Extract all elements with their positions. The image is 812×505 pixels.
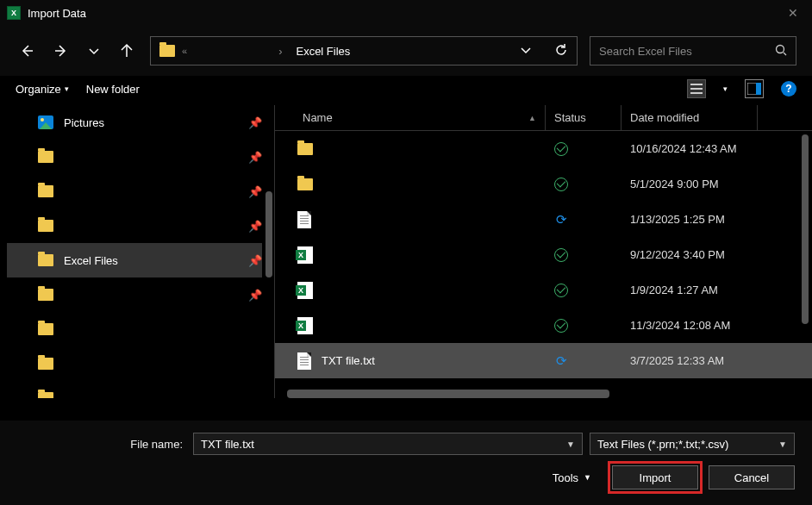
address-dropdown-icon[interactable] <box>520 44 532 59</box>
folder-icon <box>297 143 313 155</box>
file-list-v-scrollbar[interactable] <box>802 134 809 358</box>
pin-icon: 📌 <box>248 116 262 129</box>
file-date: 9/12/2024 3:40 PM <box>621 248 758 261</box>
status-available-icon <box>554 248 568 262</box>
search-icon[interactable] <box>775 44 787 59</box>
sort-indicator-icon: ▲ <box>528 114 536 122</box>
svg-rect-1 <box>690 84 703 85</box>
file-date: 3/7/2025 12:33 AM <box>621 354 758 367</box>
file-row[interactable]: ⟳1/13/2025 1:25 PM <box>275 202 812 237</box>
back-button[interactable] <box>16 40 38 62</box>
folder-icon <box>38 220 53 232</box>
status-sync-icon: ⟳ <box>554 213 568 227</box>
sidebar-item[interactable]: 📌 <box>7 174 262 209</box>
file-list-h-scrollbar[interactable] <box>287 390 609 398</box>
breadcrumb-overflow-icon[interactable]: « <box>182 46 187 56</box>
status-available-icon <box>554 319 568 333</box>
folder-icon <box>38 392 53 398</box>
view-mode-button[interactable] <box>687 79 706 98</box>
folder-icon <box>38 289 53 301</box>
tools-dropdown[interactable]: Tools ▼ <box>553 471 591 484</box>
file-list: Name ▲ Status Date modified 10/16/2024 1… <box>274 105 812 398</box>
column-headers: Name ▲ Status Date modified <box>275 105 812 131</box>
file-name: TXT file.txt <box>322 354 375 367</box>
status-available-icon <box>554 178 568 191</box>
view-dropdown-icon[interactable]: ▾ <box>723 84 728 93</box>
xls-file-icon <box>297 282 313 299</box>
footer: File name: ▼ Text Files (*.prn;*.txt;*.c… <box>0 421 812 505</box>
folder-icon <box>38 151 53 163</box>
pin-icon: 📌 <box>248 220 262 233</box>
sidebar-item[interactable]: 📌 <box>7 140 262 174</box>
file-row[interactable]: TXT file.txt⟳3/7/2025 12:33 AM <box>275 343 812 378</box>
address-bar[interactable]: « › Excel Files <box>150 36 578 65</box>
pin-icon: 📌 <box>248 254 262 267</box>
file-date: 1/9/2024 1:27 AM <box>621 284 758 296</box>
file-row[interactable]: 9/12/2024 3:40 PM <box>275 237 812 272</box>
file-row[interactable]: 10/16/2024 12:43 AM <box>275 131 812 166</box>
recent-dropdown-button[interactable] <box>84 41 103 60</box>
file-name-dropdown-icon[interactable]: ▼ <box>566 440 575 449</box>
new-folder-button[interactable]: New folder <box>86 83 140 96</box>
file-row[interactable]: 1/9/2024 1:27 AM <box>275 272 812 308</box>
file-type-dropdown[interactable]: Text Files (*.prn;*.txt;*.csv) ▼ <box>590 433 795 455</box>
file-name-label: File name: <box>130 438 183 451</box>
sidebar-item[interactable]: Pictures📌 <box>7 105 262 140</box>
sidebar: Pictures📌📌📌📌Excel Files📌📌 <box>7 105 274 398</box>
refresh-button[interactable] <box>554 43 568 59</box>
xls-file-icon <box>297 317 313 334</box>
file-date: 5/1/2024 9:00 PM <box>621 178 758 190</box>
navigation-row: « › Excel Files <box>0 26 812 76</box>
text-file-icon <box>297 211 311 228</box>
search-input[interactable] <box>599 45 775 58</box>
file-name-input[interactable] <box>201 438 566 451</box>
sidebar-item-label: Excel Files <box>64 254 238 267</box>
column-name-header[interactable]: Name ▲ <box>275 105 546 130</box>
file-name-field[interactable]: ▼ <box>193 433 583 455</box>
file-date: 1/13/2025 1:25 PM <box>621 213 758 226</box>
column-date-header[interactable]: Date modified <box>621 105 758 130</box>
picture-icon <box>38 115 53 129</box>
file-date: 10/16/2024 12:43 AM <box>621 142 758 155</box>
body-area: Pictures📌📌📌📌Excel Files📌📌 Name ▲ Status … <box>0 105 812 398</box>
sidebar-item[interactable]: 📌 <box>7 277 262 312</box>
pin-icon: 📌 <box>248 289 262 302</box>
file-row[interactable]: 11/3/2024 12:08 AM <box>275 308 812 343</box>
sidebar-item[interactable]: Excel Files📌 <box>7 243 262 277</box>
close-button[interactable]: ✕ <box>781 3 805 23</box>
file-type-value: Text Files (*.prn;*.txt;*.csv) <box>597 438 778 451</box>
organize-button[interactable]: Organize ▾ <box>16 83 69 96</box>
status-sync-icon: ⟳ <box>554 354 568 368</box>
help-button[interactable]: ? <box>781 81 796 97</box>
breadcrumb-current[interactable]: Excel Files <box>290 43 355 59</box>
footer-row-filename: File name: ▼ Text Files (*.prn;*.txt;*.c… <box>17 433 795 455</box>
forward-button[interactable] <box>50 40 72 62</box>
folder-icon <box>297 178 313 190</box>
sidebar-item[interactable] <box>7 381 262 398</box>
folder-icon <box>159 45 175 57</box>
folder-icon <box>38 254 53 266</box>
up-button[interactable] <box>116 40 138 62</box>
file-row[interactable]: 5/1/2024 9:00 PM <box>275 166 812 202</box>
folder-icon <box>38 185 53 197</box>
chevron-right-icon: › <box>278 45 282 58</box>
sidebar-item[interactable]: 📌 <box>7 209 262 243</box>
sidebar-item[interactable] <box>7 312 262 346</box>
xls-file-icon <box>297 246 313 264</box>
file-date: 11/3/2024 12:08 AM <box>621 319 758 332</box>
cancel-button[interactable]: Cancel <box>709 465 795 489</box>
status-available-icon <box>554 284 568 297</box>
sidebar-item[interactable] <box>7 346 262 381</box>
file-list-scrollbar-thumb[interactable] <box>802 134 809 324</box>
excel-app-icon: X <box>7 6 21 20</box>
svg-rect-2 <box>690 88 703 90</box>
file-type-dropdown-icon: ▼ <box>778 440 787 449</box>
preview-pane-button[interactable] <box>745 79 764 98</box>
sidebar-scrollbar[interactable] <box>265 105 272 398</box>
caret-down-icon: ▾ <box>65 84 69 93</box>
import-button[interactable]: Import <box>612 465 698 489</box>
svg-rect-3 <box>690 92 703 94</box>
sidebar-scrollbar-thumb[interactable] <box>265 191 272 277</box>
search-box[interactable] <box>590 36 796 65</box>
column-status-header[interactable]: Status <box>546 105 621 130</box>
